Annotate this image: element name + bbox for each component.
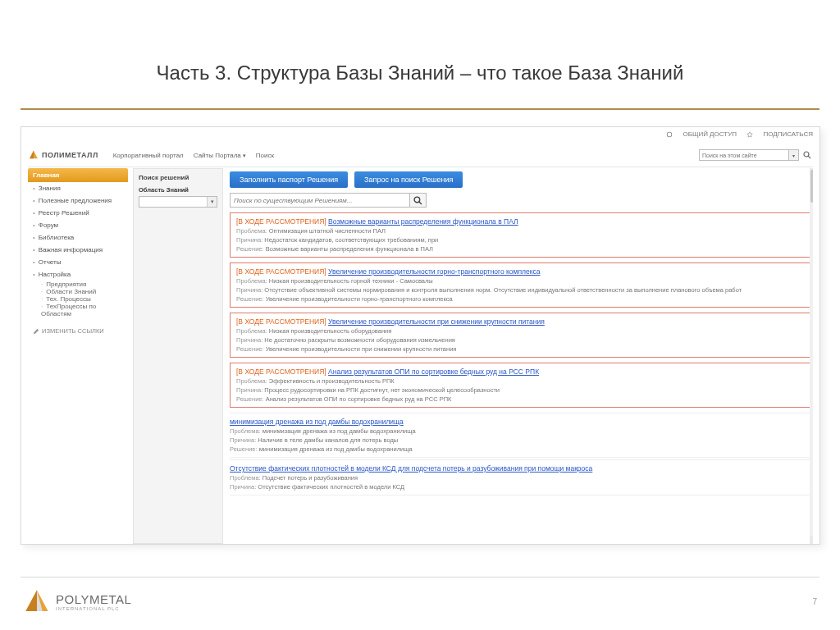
result-field-problem: Проблема: Эффективность и производительн… (236, 377, 806, 385)
left-sidebar: Главная Знания Полезные предложения Реес… (28, 168, 128, 544)
sidebar-item[interactable]: Отчеты (28, 256, 128, 268)
slide-footer: POLYMETAL INTERNATIONAL PLC 7 (23, 587, 817, 615)
sidebar-item[interactable]: Форум (28, 219, 128, 231)
search-icon (803, 151, 811, 159)
sidebar-item[interactable]: Настройка (28, 268, 128, 281)
top-nav: Корпоративный портал Сайты Портала Поиск (113, 152, 274, 159)
sidebar-subitem[interactable]: ТехПроцессы по Областям (28, 303, 128, 317)
status-tag: [В ХОДЕ РАССМОТРЕНИЯ] (236, 368, 328, 376)
svg-line-3 (419, 201, 422, 203)
result-field-problem: Проблема: Подсчет потерь и разубоживания (230, 474, 813, 482)
result-card: [В ХОДЕ РАССМОТРЕНИЯ] Увеличение произво… (230, 262, 813, 308)
solutions-search-button[interactable] (410, 193, 427, 208)
result-card: минимизация дренажа из под дамбы водохра… (230, 413, 813, 458)
sidebar-subitem[interactable]: Области Знаний (28, 288, 128, 295)
knowledge-area-select[interactable]: ▾ (139, 196, 217, 208)
portal-logo[interactable]: ПОЛИМЕТАЛЛ (28, 149, 98, 161)
sidebar-subitem[interactable]: Тех. Процессы (28, 295, 128, 303)
status-tag: [В ХОДЕ РАССМОТРЕНИЯ] (236, 317, 328, 326)
nav-portal-sites[interactable]: Сайты Портала (194, 152, 246, 159)
result-title-link[interactable]: Увеличение производительности при снижен… (328, 317, 545, 326)
status-tag: [В ХОДЕ РАССМОТРЕНИЯ] (236, 267, 328, 276)
fill-passport-button[interactable]: Заполнить паспорт Решения (230, 171, 348, 188)
site-search-button[interactable] (801, 149, 813, 161)
result-field-reason: Причина: Наличие в теле дамбы каналов дл… (230, 436, 813, 444)
result-field-reason: Причина: Не достаточно раскрыты возможно… (236, 336, 806, 344)
result-title-link[interactable]: минимизация дренажа из под дамбы водохра… (230, 418, 404, 426)
footer-divider (21, 577, 819, 578)
svg-line-1 (808, 156, 810, 158)
solutions-search-input[interactable] (230, 193, 410, 208)
result-field-reason: Причина: Недостаток кандидатов, соответс… (236, 236, 806, 244)
portal-header: ПОЛИМЕТАЛЛ Корпоративный портал Сайты По… (28, 145, 813, 165)
filter-panel-title: Поиск решений (139, 174, 217, 181)
sidebar-subitem[interactable]: Предприятия (28, 281, 128, 288)
scroll-thumb[interactable] (810, 170, 813, 203)
dropdown-icon: ▾ (207, 197, 217, 207)
result-card: [В ХОДЕ РАССМОТРЕНИЯ] Анализ результатов… (230, 363, 813, 408)
result-title-row: Отсутствие фактических плотностей в моде… (230, 464, 813, 472)
site-search: ▾ (699, 149, 813, 161)
result-field-reason: Причина: Отсутствие фактических плотност… (230, 483, 813, 491)
nav-search[interactable]: Поиск (256, 152, 274, 159)
result-field-reason: Причина: Процесс рудосортировки на РПК д… (236, 386, 806, 394)
result-field-problem: Проблема: Низкая производительность обор… (236, 327, 806, 335)
sidebar-item[interactable]: Полезные предложения (28, 194, 128, 207)
result-field-reason: Причина: Отсутствие объективной системы … (236, 286, 806, 294)
polymetal-logo-icon (23, 587, 51, 615)
result-title-link[interactable]: Возможные варианты распределения функцио… (328, 217, 518, 226)
result-field-solution: Решение: Возможные варианты распределени… (236, 245, 806, 253)
utility-bar: ОБЩИЙ ДОСТУП ПОДПИСАТЬСЯ (658, 130, 813, 138)
main-content: Заполнить паспорт Решения Запрос на поис… (230, 168, 813, 544)
svg-point-2 (414, 197, 420, 203)
portal-body: Главная Знания Полезные предложения Реес… (28, 168, 813, 544)
result-card: [В ХОДЕ РАССМОТРЕНИЯ] Возможные варианты… (230, 212, 813, 258)
result-card: [В ХОДЕ РАССМОТРЕНИЯ] Увеличение произво… (230, 313, 813, 358)
sidebar-item[interactable]: Важная информация (28, 244, 128, 256)
result-title-link[interactable]: Увеличение производительности горно-тран… (328, 267, 540, 276)
page-number: 7 (812, 597, 817, 606)
polymetal-logo-icon (28, 149, 39, 161)
title-divider (21, 108, 819, 110)
footer-logo-sub: INTERNATIONAL PLC (56, 606, 131, 611)
result-field-problem: Проблема: Оптимизация штатной численност… (236, 227, 806, 235)
sidebar-edit-links[interactable]: ИЗМЕНИТЬ ССЫЛКИ (28, 324, 128, 338)
result-title-row: [В ХОДЕ РАССМОТРЕНИЯ] Анализ результатов… (236, 368, 806, 376)
site-search-scope-dropdown[interactable]: ▾ (789, 149, 799, 161)
filter-field-label: Область Знаний (139, 186, 217, 194)
results-scrollbar[interactable]: ▴ ▾ (810, 168, 813, 544)
share-link[interactable]: ОБЩИЙ ДОСТУП (666, 130, 737, 138)
result-title-link[interactable]: Отсутствие фактических плотностей в моде… (230, 464, 592, 472)
header-divider (28, 167, 813, 167)
result-title-row: минимизация дренажа из под дамбы водохра… (230, 418, 813, 426)
result-field-solution: Решение: минимизация дренажа из под дамб… (230, 445, 813, 453)
result-title-row: [В ХОДЕ РАССМОТРЕНИЯ] Увеличение произво… (236, 267, 806, 276)
result-field-problem: Проблема: минимизация дренажа из под дам… (230, 427, 813, 435)
sidebar-item[interactable]: Реестр Решений (28, 207, 128, 219)
result-title-row: [В ХОДЕ РАССМОТРЕНИЯ] Увеличение произво… (236, 317, 806, 326)
scroll-down-icon[interactable]: ▾ (810, 536, 813, 544)
result-field-problem: Проблема: Низкая производительность горн… (236, 277, 806, 285)
filter-panel: Поиск решений Область Знаний ▾ (133, 168, 223, 544)
search-request-button[interactable]: Запрос на поиск Решения (354, 171, 463, 188)
subscribe-link[interactable]: ПОДПИСАТЬСЯ (746, 130, 813, 138)
result-field-solution: Решение: Увеличение производительности п… (236, 345, 806, 353)
search-icon (413, 196, 422, 205)
footer-logo: POLYMETAL INTERNATIONAL PLC (23, 587, 131, 615)
nav-corporate-portal[interactable]: Корпоративный портал (113, 152, 184, 159)
pencil-icon (33, 328, 39, 335)
status-tag: [В ХОДЕ РАССМОТРЕНИЯ] (236, 217, 328, 226)
footer-logo-name: POLYMETAL (56, 592, 131, 606)
result-field-solution: Решение: Увеличение производительности г… (236, 295, 806, 303)
sidebar-item-home[interactable]: Главная (28, 168, 128, 182)
result-field-solution: Решение: Анализ результатов ОПИ по сорти… (236, 395, 806, 403)
slide-title: Часть 3. Структура Базы Знаний – что так… (0, 62, 840, 84)
portal-screenshot: ОБЩИЙ ДОСТУП ПОДПИСАТЬСЯ ПОЛИМЕТАЛЛ Корп… (21, 126, 820, 545)
result-title-link[interactable]: Анализ результатов ОПИ по сортировке бед… (328, 368, 539, 376)
results-list: [В ХОДЕ РАССМОТРЕНИЯ] Возможные варианты… (230, 212, 813, 495)
sidebar-item[interactable]: Знания (28, 182, 128, 194)
sidebar-item[interactable]: Библиотека (28, 231, 128, 244)
result-title-row: [В ХОДЕ РАССМОТРЕНИЯ] Возможные варианты… (236, 217, 806, 226)
svg-point-0 (804, 152, 809, 157)
site-search-input[interactable] (699, 149, 789, 161)
